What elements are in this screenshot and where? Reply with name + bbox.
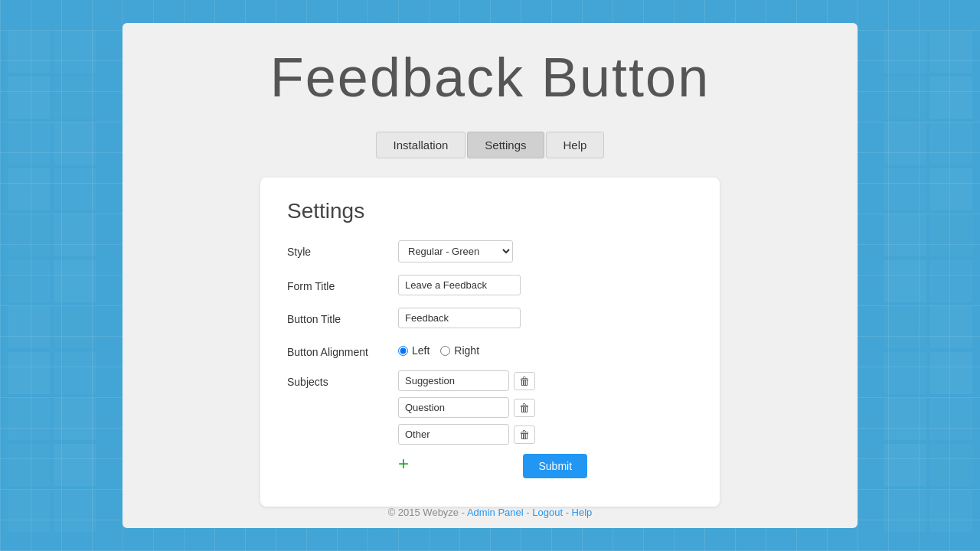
subject-input-1[interactable]	[398, 397, 509, 418]
footer-logout-link[interactable]: Logout	[532, 507, 563, 518]
main-container: Feedback Button Installation Settings He…	[122, 23, 858, 528]
subject-item-2: 🗑	[398, 424, 693, 445]
subject-delete-button-2[interactable]: 🗑	[514, 425, 535, 444]
trash-icon-0: 🗑	[519, 375, 530, 387]
alignment-left-radio[interactable]	[398, 346, 408, 356]
subject-delete-button-0[interactable]: 🗑	[514, 372, 535, 390]
alignment-control: Left Right	[398, 341, 693, 357]
button-title-input[interactable]	[398, 308, 521, 328]
button-title-label: Button Title	[287, 308, 398, 325]
page-title: Feedback Button	[270, 46, 710, 109]
footer-copyright: © 2015 Webyze -	[388, 507, 465, 518]
alignment-right-radio[interactable]	[440, 346, 450, 356]
settings-heading: Settings	[287, 199, 693, 223]
footer-admin-panel-link[interactable]: Admin Panel	[467, 507, 524, 518]
style-select[interactable]: Regular - Green Regular - Blue Regular -…	[398, 240, 513, 262]
alignment-label: Button Alignment	[287, 341, 398, 358]
alignment-left-option[interactable]: Left	[398, 344, 430, 357]
form-title-control	[398, 275, 693, 295]
alignment-right-label: Right	[454, 344, 479, 357]
tab-installation[interactable]: Installation	[376, 132, 466, 158]
subject-item-1: 🗑	[398, 397, 693, 418]
footer-separator-1: -	[526, 507, 529, 518]
button-title-row: Button Title	[287, 308, 693, 328]
style-label: Style	[287, 240, 398, 258]
subjects-control: 🗑 🗑 🗑	[398, 370, 693, 445]
footer-help-link[interactable]: Help	[572, 507, 593, 518]
tab-settings[interactable]: Settings	[467, 132, 544, 158]
trash-icon-2: 🗑	[519, 429, 530, 441]
subject-delete-button-1[interactable]: 🗑	[514, 399, 535, 417]
form-title-row: Form Title	[287, 275, 693, 295]
alignment-right-option[interactable]: Right	[440, 344, 479, 357]
footer-separator-2: -	[566, 507, 572, 518]
tab-navigation: Installation Settings Help	[376, 132, 605, 158]
footer: © 2015 Webyze - Admin Panel - Logout - H…	[388, 507, 593, 518]
trash-icon-1: 🗑	[519, 402, 530, 414]
submit-button[interactable]: Submit	[523, 454, 587, 478]
add-subject-button[interactable]: +	[398, 455, 409, 473]
alignment-row: Button Alignment Left Right	[287, 341, 693, 358]
subject-input-0[interactable]	[398, 370, 509, 391]
tab-help[interactable]: Help	[546, 132, 605, 158]
settings-card: Settings Style Regular - Green Regular -…	[260, 178, 720, 507]
subjects-row: Subjects 🗑 🗑 🗑	[287, 370, 693, 445]
style-row: Style Regular - Green Regular - Blue Reg…	[287, 240, 693, 262]
subject-input-2[interactable]	[398, 424, 509, 445]
form-title-input[interactable]	[398, 275, 521, 295]
alignment-left-label: Left	[412, 344, 430, 357]
subject-item-0: 🗑	[398, 370, 693, 391]
form-title-label: Form Title	[287, 275, 398, 292]
button-title-control	[398, 308, 693, 328]
subjects-label: Subjects	[287, 370, 398, 388]
style-control: Regular - Green Regular - Blue Regular -…	[398, 240, 693, 262]
